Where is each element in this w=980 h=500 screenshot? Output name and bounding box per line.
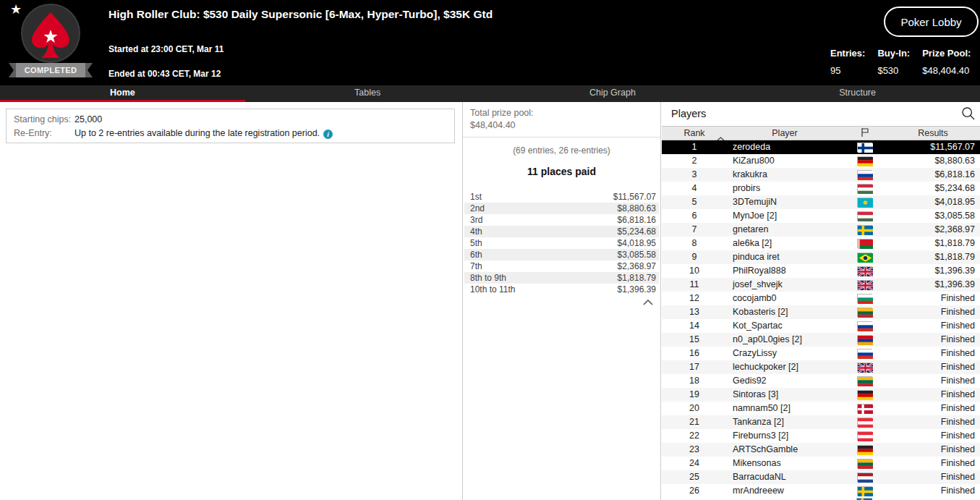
player-rank: 6 [662, 209, 727, 223]
info-circle-icon[interactable]: i [323, 130, 333, 139]
player-row[interactable]: 16CrazyLissyFinished [662, 347, 980, 360]
player-name: Sintoras [3] [727, 388, 843, 402]
player-name: ale6ka [2] [727, 237, 843, 250]
player-rank: 12 [662, 292, 727, 305]
payout-amount: $5,234.68 [618, 226, 656, 237]
player-row[interactable]: 19Sintoras [3]Finished [662, 388, 980, 402]
search-icon[interactable] [960, 106, 976, 122]
player-row[interactable]: 17lechuckpoker [2]Finished [662, 360, 980, 374]
info-row: Re-Entry:Up to 2 re-entries available du… [14, 127, 447, 140]
player-name: BarracudaNL [727, 470, 843, 484]
player-rank: 5 [662, 195, 727, 209]
column-header-results[interactable]: Results [886, 127, 980, 140]
player-row[interactable]: 14Kot_SpartacFinished [662, 319, 980, 333]
player-rank: 14 [662, 319, 727, 333]
payout-row: 7th$2,368.97 [464, 260, 659, 272]
country-flag-icon [843, 319, 886, 333]
player-result: $1,818.79 [886, 237, 980, 250]
stat-prizepool: Prize Pool:$48,404.40 [922, 48, 971, 76]
player-result: Finished [886, 333, 980, 347]
player-row[interactable]: 12cocojamb0Finished [662, 292, 980, 305]
collapse-payouts-chevron-icon[interactable] [642, 297, 655, 304]
payout-place: 2nd [470, 203, 485, 214]
player-row[interactable]: 8ale6ka [2]$1,818.79 [662, 237, 980, 250]
payout-row: 2nd$8,880.63 [464, 203, 659, 214]
flag-column-icon[interactable] [843, 127, 886, 140]
country-flag-icon [843, 237, 886, 250]
player-row[interactable]: 18Gedis92Finished [662, 374, 980, 388]
player-row[interactable]: 13Kobasteris [2]Finished [662, 305, 980, 319]
player-row[interactable]: 26mrAndreeewFinished [662, 484, 980, 498]
tab-home[interactable]: Home [0, 85, 245, 102]
player-row[interactable]: 2KiZaru800$8,880.63 [662, 154, 980, 168]
country-flag-icon [843, 305, 886, 319]
player-row[interactable]: 9pinduca iret$1,818.79 [662, 250, 980, 264]
divider [660, 102, 661, 500]
player-rank: 22 [662, 429, 727, 443]
player-result: Finished [886, 443, 980, 457]
player-row[interactable]: 1zerodeda$11,567.07 [662, 140, 980, 154]
country-flag-icon [843, 333, 886, 347]
player-result: $1,818.79 [886, 250, 980, 264]
player-result: $6,818.16 [886, 168, 980, 182]
tab-chip-graph[interactable]: Chip Graph [490, 85, 736, 102]
player-row[interactable]: 24MikensonasFinished [662, 457, 980, 470]
player-row[interactable]: 3krakukra$6,818.16 [662, 168, 980, 182]
player-name: zerodeda [727, 140, 843, 154]
country-flag-icon [843, 209, 886, 223]
country-flag-icon [843, 429, 886, 443]
player-rank: 9 [662, 250, 727, 264]
info-label: Re-Entry: [14, 127, 74, 140]
player-rank: 16 [662, 347, 727, 360]
player-rank: 20 [662, 402, 727, 415]
players-title: Players [662, 102, 980, 126]
player-row[interactable]: 7gnetaren$2,368.97 [662, 223, 980, 237]
tab-structure[interactable]: Structure [735, 85, 980, 102]
payout-amount: $8,880.63 [618, 203, 656, 214]
country-flag-icon [843, 140, 886, 154]
player-name: ARTSchGamble [727, 443, 843, 457]
payout-place: 4th [470, 226, 482, 237]
player-row[interactable]: 23ARTSchGambleFinished [662, 443, 980, 457]
payout-place: 8th to 9th [470, 272, 506, 284]
player-name: KiZaru800 [727, 154, 843, 168]
player-row[interactable]: 53DTemujiN$4,018.95 [662, 195, 980, 209]
payout-place: 1st [470, 191, 482, 203]
player-row[interactable]: 4probirs$5,234.68 [662, 182, 980, 195]
stat-value: $48,404.40 [922, 65, 971, 76]
player-row[interactable]: 21Tankanza [2]Finished [662, 415, 980, 429]
poker-lobby-button[interactable]: Poker Lobby [884, 7, 979, 37]
player-rank: 21 [662, 415, 727, 429]
country-flag-icon [843, 470, 886, 484]
country-flag-icon [843, 443, 886, 457]
player-row[interactable]: 25BarracudaNLFinished [662, 470, 980, 484]
player-rank: 19 [662, 388, 727, 402]
player-row[interactable]: 22Fireburns3 [2]Finished [662, 429, 980, 443]
payout-amount: $3,085.58 [618, 249, 656, 260]
player-row[interactable]: 6MynJoe [2]$3,085.58 [662, 209, 980, 223]
home-panel: Starting chips:25,000Re-Entry:Up to 2 re… [0, 102, 462, 500]
player-name: pinduca iret [727, 250, 843, 264]
column-header-player[interactable]: Player [727, 127, 843, 140]
info-row: Starting chips:25,000 [14, 113, 447, 127]
player-name: Fireburns3 [2] [727, 429, 843, 443]
player-row[interactable]: 11josef_shvejk$1,396.39 [662, 278, 980, 292]
player-name: Kot_Spartac [727, 319, 843, 333]
player-name: Tankanza [2] [727, 415, 843, 429]
stat-entries: Entries:95 [830, 48, 865, 76]
payout-row: 8th to 9th$1,818.79 [464, 272, 659, 284]
info-value: Up to 2 re-entries available during the … [74, 127, 333, 140]
player-result: Finished [886, 305, 980, 319]
player-rank: 15 [662, 333, 727, 347]
player-row[interactable]: 10PhilRoyal888$1,396.39 [662, 264, 980, 278]
player-rank: 2 [662, 154, 727, 168]
player-name: probirs [727, 182, 843, 195]
payout-row: 3rd$6,818.16 [464, 214, 659, 226]
player-rank: 18 [662, 374, 727, 388]
players-panel: Players Rank Player Results 1zerodeda$11… [662, 102, 980, 500]
player-row[interactable]: 15n0_ap0L0gies [2]Finished [662, 333, 980, 347]
player-row[interactable]: 20namnam50 [2]Finished [662, 402, 980, 415]
stat-label: Entries: [830, 48, 865, 59]
tab-tables[interactable]: Tables [245, 85, 490, 102]
country-flag-icon [843, 278, 886, 292]
